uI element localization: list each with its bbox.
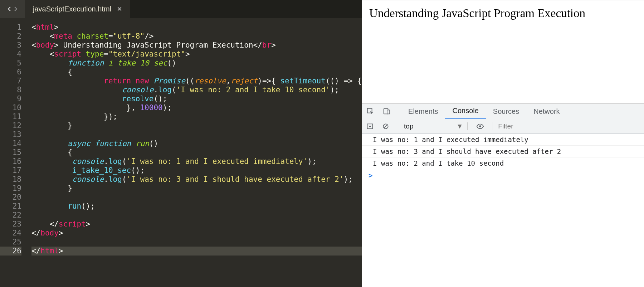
separator bbox=[467, 122, 468, 130]
execution-context-label: top bbox=[404, 122, 413, 130]
devtools-tabbar: Elements Console Sources Network bbox=[362, 104, 644, 119]
separator bbox=[398, 122, 398, 130]
console-sidebar-toggle-icon[interactable] bbox=[366, 123, 374, 130]
editor-tabbar: javaScriptExecution.html × bbox=[0, 0, 362, 18]
console-output[interactable]: I was no: 1 and I executed immediately I… bbox=[362, 134, 644, 287]
console-toolbar: top ▼ bbox=[362, 119, 644, 134]
execution-context-selector[interactable]: top ▼ bbox=[404, 122, 463, 130]
devtools-tab-elements[interactable]: Elements bbox=[401, 104, 445, 119]
devtools-tab-network[interactable]: Network bbox=[526, 104, 567, 119]
arrow-right-icon bbox=[13, 6, 18, 11]
devtools-panel: Elements Console Sources Network top ▼ bbox=[362, 103, 644, 287]
console-message: I was no: 1 and I executed immediately bbox=[362, 134, 644, 146]
page-heading: Understanding JavaScript Program Executi… bbox=[369, 7, 637, 20]
separator bbox=[398, 107, 398, 115]
devtools-tab-console[interactable]: Console bbox=[445, 103, 486, 120]
svg-rect-2 bbox=[387, 110, 390, 114]
code-editor-pane: javaScriptExecution.html × 1234567891011… bbox=[0, 0, 362, 287]
svg-point-6 bbox=[479, 125, 482, 127]
file-tab[interactable]: javaScriptExecution.html × bbox=[25, 0, 130, 18]
console-message: I was no: 3 and I should have executed a… bbox=[362, 146, 644, 157]
separator bbox=[493, 122, 493, 130]
clear-console-icon[interactable] bbox=[382, 123, 389, 130]
inspect-icon[interactable] bbox=[366, 107, 374, 115]
code-area[interactable]: 1234567891011121314151617181920212223242… bbox=[0, 18, 362, 287]
console-message: I was no: 2 and I take 10 second bbox=[362, 157, 644, 169]
browser-pane: Understanding JavaScript Program Executi… bbox=[362, 0, 644, 287]
line-number-gutter: 1234567891011121314151617181920212223242… bbox=[0, 18, 24, 287]
live-expression-icon[interactable] bbox=[476, 122, 484, 130]
chevron-down-icon: ▼ bbox=[456, 122, 463, 130]
console-prompt[interactable]: > bbox=[362, 169, 644, 179]
svg-line-5 bbox=[384, 125, 387, 128]
editor-nav-arrows[interactable] bbox=[0, 0, 25, 18]
arrow-left-icon bbox=[7, 6, 12, 11]
console-filter-input[interactable] bbox=[497, 122, 549, 131]
close-tab-icon[interactable]: × bbox=[117, 5, 122, 13]
device-toggle-icon[interactable] bbox=[383, 107, 391, 115]
file-tab-label: javaScriptExecution.html bbox=[33, 5, 111, 13]
svg-rect-3 bbox=[367, 124, 373, 128]
code-content[interactable]: <html> <meta charset="utf-8"/><body> Und… bbox=[24, 18, 362, 287]
rendered-page: Understanding JavaScript Program Executi… bbox=[362, 0, 644, 103]
devtools-tab-sources[interactable]: Sources bbox=[486, 104, 526, 119]
